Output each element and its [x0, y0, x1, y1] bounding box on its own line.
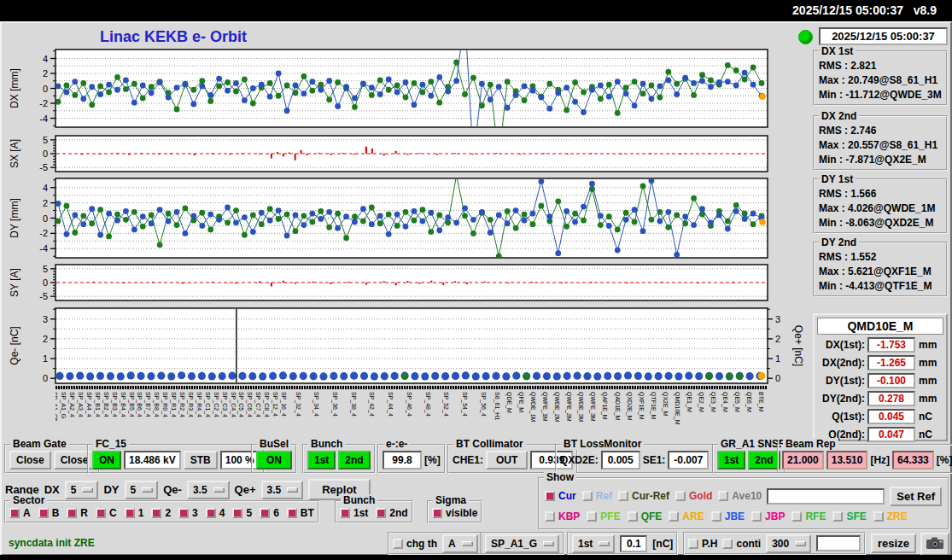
x-axis-label: S8_61_H1	[494, 392, 500, 420]
checkbox-indicator	[688, 539, 698, 549]
bottom-strip	[0, 555, 952, 560]
range-dy-select[interactable]: 5	[125, 481, 159, 499]
sigma-visible-checkbox[interactable]: visible	[432, 507, 477, 519]
x-axis-label: QWFE_2M	[566, 392, 572, 422]
sector-b-checkbox[interactable]: B	[38, 507, 60, 519]
sector-a-checkbox[interactable]: A	[9, 507, 31, 519]
bunch-select-group: Bunch 1st2nd	[335, 500, 413, 523]
monitor-row-label: DY(2nd):	[817, 393, 867, 405]
busel-on-button[interactable]: ON	[256, 451, 292, 470]
conti-checkbox[interactable]: conti	[722, 538, 761, 550]
show-pfe-checkbox[interactable]: PFE	[587, 510, 620, 522]
x-axis-label: SP_B5_4	[129, 392, 135, 417]
sector-bt-checkbox[interactable]: BT	[287, 507, 314, 519]
resize-button[interactable]: resize	[871, 534, 916, 553]
svg-text:1: 1	[775, 353, 780, 364]
checkbox-indicator	[67, 508, 77, 518]
show-kbp-checkbox[interactable]: KBP	[545, 510, 580, 522]
svg-text:4: 4	[43, 183, 48, 193]
busel-group: BuSel ON	[251, 444, 297, 474]
titlebar-clock: 2025/12/15 05:00:37	[792, 3, 903, 17]
monitor-row-unit: mm	[915, 375, 937, 387]
show-qfe-checkbox[interactable]: QFE	[628, 510, 663, 522]
bunch-2nd-checkbox[interactable]: 2nd	[376, 507, 407, 519]
gr-a1-1st-button[interactable]: 1st	[717, 451, 745, 470]
th-value: A	[448, 538, 456, 550]
chg-th-checkbox[interactable]: chg th	[393, 538, 437, 550]
ref-name-input[interactable]	[767, 488, 885, 505]
monitor-name[interactable]: QMD10E_M	[817, 318, 943, 335]
sector-6-checkbox[interactable]: 6	[260, 507, 279, 519]
threshold-input[interactable]: 0.1	[620, 535, 647, 552]
ph-checkbox[interactable]: P.H	[688, 538, 717, 550]
show-gold-checkbox[interactable]: Gold	[675, 490, 712, 502]
show-sfe-checkbox[interactable]: SFE	[832, 510, 866, 522]
dx-chart-container: 420-2-4DX [mm]	[6, 48, 804, 129]
screenshot-button[interactable]	[920, 533, 949, 556]
bunch-sel-select[interactable]: 1st	[572, 534, 615, 553]
fc15-stb-button[interactable]: STB	[184, 451, 218, 470]
show-rfe-checkbox[interactable]: RFE	[791, 510, 826, 522]
range-qem-select[interactable]: 3.5	[187, 481, 230, 499]
sector-1-checkbox[interactable]: 1	[125, 507, 144, 519]
x-axis-label: QE6_M	[746, 392, 752, 412]
show-zre-checkbox[interactable]: ZRE	[873, 510, 908, 522]
sector-3-checkbox[interactable]: 3	[178, 507, 198, 519]
sector-label: 1	[138, 507, 144, 519]
fc15-title: FC_15	[93, 438, 129, 450]
sector-2-checkbox[interactable]: 2	[151, 507, 171, 519]
show-ref-checkbox[interactable]: Ref	[582, 490, 612, 502]
th-select[interactable]: A	[442, 534, 478, 553]
bunch-1st-checkbox[interactable]: 1st	[340, 507, 368, 519]
show-ave10-checkbox[interactable]: Ave10	[718, 490, 762, 502]
show-curref-checkbox[interactable]: Cur-Ref	[618, 490, 669, 502]
checkbox-indicator	[206, 508, 216, 518]
stat-box-title: DY 2nd	[819, 236, 859, 248]
dy-chart: 420-2-4DY [mm]	[6, 177, 804, 260]
beam-gate-close-1-button[interactable]: Close	[9, 451, 51, 470]
svg-text:0: 0	[43, 213, 48, 224]
sector-5-checkbox[interactable]: 5	[232, 507, 252, 519]
sector-c-checkbox[interactable]: C	[96, 507, 117, 519]
option-indicator	[543, 541, 553, 545]
bunch-1st-button[interactable]: 1st	[307, 451, 336, 470]
show-jbe-checkbox[interactable]: JBE	[711, 510, 745, 522]
sector-4-checkbox[interactable]: 4	[206, 507, 225, 519]
count-select[interactable]: 300	[766, 534, 811, 553]
range-qep-select[interactable]: 3.5	[261, 481, 304, 499]
gr-a1-2nd-button[interactable]: 2nd	[748, 451, 780, 470]
bunch-2nd-button[interactable]: 2nd	[338, 451, 370, 470]
x-axis-label: SP_A4_4	[86, 392, 92, 417]
fc15-group: FC_15 ON 18.486 kV STB 100 %	[87, 444, 265, 474]
sp-select[interactable]: SP_A1_G	[485, 534, 559, 553]
status-bar: syncdata init ZRE chg th A SP_A1_G 1st 0…	[2, 532, 950, 556]
show-are-checkbox[interactable]: ARE	[669, 510, 704, 522]
free-input[interactable]	[816, 535, 861, 551]
show-cur-checkbox[interactable]: Cur	[545, 490, 576, 502]
x-axis-label: SP_C5_4	[238, 392, 244, 417]
monitor-row-value: 0.278	[867, 391, 915, 406]
se1-value: -0.007	[668, 451, 709, 470]
beam-rep-value-1: 21.000	[782, 451, 824, 470]
x-axis-label: QDE_M	[506, 392, 512, 413]
show-label: Ave10	[732, 490, 762, 502]
fc15-on-button[interactable]: ON	[92, 451, 121, 470]
stat-row: Max : 20.557@S8_61_H1	[819, 138, 943, 153]
dy-y-axis-label: DY [mm]	[9, 198, 20, 237]
set-ref-button[interactable]: Set Ref	[890, 487, 942, 506]
bt-lossmonitor-group: BT LossMonitor QXD2E: 0.005 SE1: -0.007	[555, 444, 714, 474]
sector-r-checkbox[interactable]: R	[67, 507, 88, 519]
range-dx-select[interactable]: 5	[65, 481, 99, 499]
monitor-row: DY(1st):-0.100mm	[817, 372, 943, 389]
monitor-row-label: DY(1st):	[817, 375, 867, 387]
x-axis-label: SP_R4_4	[196, 392, 202, 417]
che1-label: CHE1:	[453, 454, 483, 466]
q-y-axis-label: Qe- [nC]	[9, 326, 20, 365]
checkbox-indicator	[832, 511, 843, 522]
stat-box-dx-2nd: DX 2ndRMS : 2.746Max : 20.557@S8_61_H1Mi…	[813, 115, 948, 171]
chg-th-group: chg th A	[388, 532, 483, 555]
x-axis-label: QWDE_2M	[554, 392, 560, 422]
che1-out-button[interactable]: OUT	[486, 451, 528, 470]
checkbox-indicator	[393, 539, 403, 549]
show-jbp-checkbox[interactable]: JBP	[751, 510, 785, 522]
